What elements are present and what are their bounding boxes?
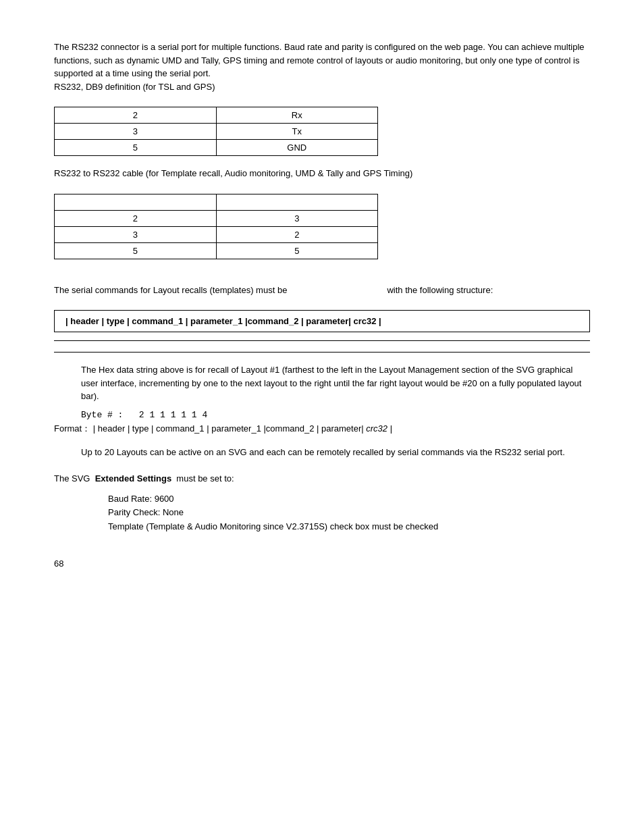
hex-description: The Hex data string above is for recall … (81, 363, 590, 403)
extended-settings: The SVG Extended Settings must be set to… (54, 472, 590, 534)
byte-label: Byte # : (81, 410, 123, 420)
serial-intro: The serial commands for Layout recalls (… (54, 284, 590, 297)
byte-line: Byte # : 2 1 1 1 1 1 4 (81, 410, 590, 420)
format-content: | header | type | command_1 | parameter_… (93, 423, 364, 434)
table-cell: Rx (216, 107, 378, 124)
db9-table: 2 Rx 3 Tx 5 GND (54, 107, 378, 156)
table-cell: 5 (55, 140, 217, 156)
db9-label: RS232, DB9 definition (for TSL and GPS) (54, 82, 215, 92)
table-row: 2 3 (55, 210, 378, 226)
table-row: 5 GND (55, 140, 378, 156)
format-box: | header | type | command_1 | parameter_… (54, 310, 590, 332)
svg-settings-intro: The SVG Extended Settings must be set to… (54, 472, 590, 486)
format-end: | (390, 423, 392, 434)
table-cell: 5 (216, 242, 378, 259)
svg-intro: The SVG (54, 473, 90, 484)
cable-table-wrapper: 2 3 3 2 5 5 (54, 194, 590, 259)
cable-section: RS232 to RS232 cable (for Template recal… (54, 167, 590, 180)
setting-parity: Parity Check: None (108, 506, 590, 520)
serial-intro-end: with the following structure: (387, 285, 493, 295)
intro-text: The RS232 connector is a serial port for… (54, 42, 585, 78)
setting-template: Template (Template & Audio Monitoring si… (108, 520, 590, 534)
table-header-row (55, 194, 378, 210)
table-row: 5 5 (55, 242, 378, 259)
layouts-paragraph: Up to 20 Layouts can be active on an SVG… (81, 446, 590, 459)
table-cell: 2 (55, 210, 217, 226)
format-crc: crc32 (366, 423, 387, 434)
page-number: 68 (54, 558, 590, 569)
intro-paragraph: The RS232 connector is a serial port for… (54, 41, 590, 93)
layouts-text: Up to 20 Layouts can be active on an SVG… (81, 447, 565, 457)
table-cell: 3 (216, 210, 378, 226)
cable-label: RS232 to RS232 cable (for Template recal… (54, 167, 590, 180)
page-number-text: 68 (54, 558, 63, 569)
table-cell: 3 (55, 124, 217, 140)
divider-2 (54, 352, 590, 353)
format-line: Format： | header | type | command_1 | pa… (54, 423, 590, 435)
db9-table-wrapper: 2 Rx 3 Tx 5 GND (54, 107, 590, 156)
hex-section: The Hex data string above is for recall … (54, 363, 590, 435)
page-content: The RS232 connector is a serial port for… (54, 41, 590, 569)
setting-baud-rate: Baud Rate: 9600 (108, 492, 590, 506)
table-row: 3 Tx (55, 124, 378, 140)
byte-values: 2 1 1 1 1 1 4 (139, 410, 207, 420)
svg-bold: Extended Settings (95, 473, 171, 484)
svg-end: must be set to: (176, 473, 234, 484)
table-cell: Tx (216, 124, 378, 140)
table-row: 2 Rx (55, 107, 378, 124)
table-header-cell (55, 194, 217, 210)
table-header-cell (216, 194, 378, 210)
format-label: Format： (54, 423, 90, 434)
table-cell: 3 (55, 226, 217, 242)
serial-intro-text: The serial commands for Layout recalls (… (54, 285, 287, 295)
table-row: 3 2 (55, 226, 378, 242)
table-cell: 2 (55, 107, 217, 124)
cable-table: 2 3 3 2 5 5 (54, 194, 378, 259)
table-cell: GND (216, 140, 378, 156)
table-cell: 2 (216, 226, 378, 242)
divider-1 (54, 340, 590, 341)
table-cell: 5 (55, 242, 217, 259)
format-box-text: | header | type | command_1 | parameter_… (65, 316, 381, 326)
